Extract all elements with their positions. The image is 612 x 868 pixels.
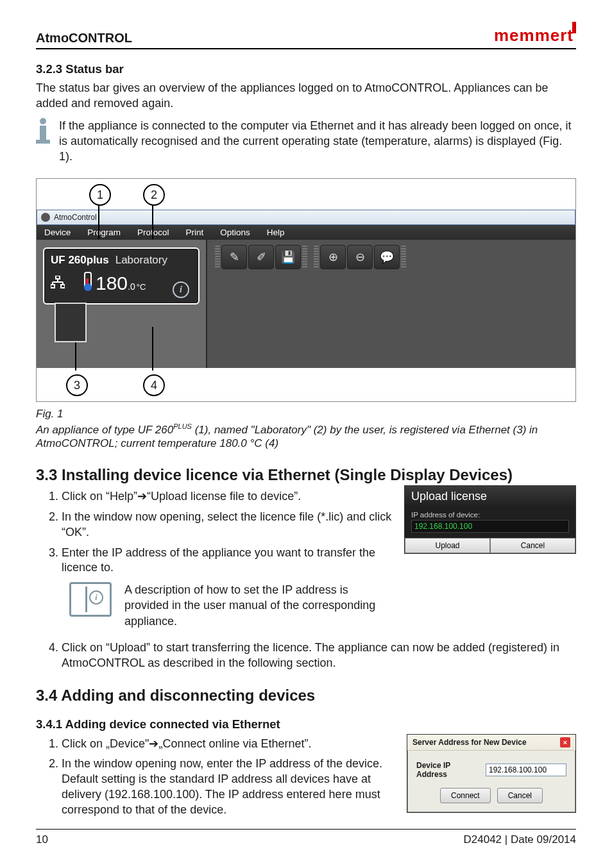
info-icon: [36, 118, 50, 144]
menubar: Device Program Protocol Print Options He…: [37, 225, 575, 240]
cancel-button[interactable]: Cancel: [490, 538, 575, 553]
figure-1-caption: Fig. 1 An appliance of type UF 260PLUS (…: [36, 407, 576, 451]
menu-program[interactable]: Program: [87, 228, 121, 237]
svg-rect-2: [61, 285, 65, 288]
connect-button[interactable]: Connect: [440, 788, 491, 803]
step-33-4: Click on “Upload” to start transferring …: [62, 640, 576, 671]
toolbar-handle[interactable]: [314, 246, 319, 269]
header-title: AtmoCONTROL: [36, 31, 132, 46]
callout-4: 4: [143, 374, 165, 396]
info-text: If the appliance is connected to the com…: [59, 118, 576, 165]
page-footer: 10 D24042 | Date 09/2014: [36, 829, 576, 846]
page-number: 10: [36, 833, 48, 846]
tool-edit-icon[interactable]: ✐: [248, 245, 274, 269]
device-model: UF 260plus: [51, 254, 109, 267]
dialog-title: Upload license: [405, 486, 575, 507]
menu-print[interactable]: Print: [186, 228, 204, 237]
ip-input[interactable]: [411, 520, 569, 533]
sidebar: UF 260plus Laboratory 180.0°C: [37, 240, 207, 368]
heading-341: 3.4.1 Adding device connected via Ethern…: [36, 717, 576, 731]
device-ip-input[interactable]: [486, 764, 566, 776]
tool-add-icon[interactable]: ⊕: [320, 245, 346, 269]
app-icon: [41, 213, 50, 222]
heading-33: 3.3 Installing device licence via Ethern…: [36, 466, 576, 484]
device-name: Laboratory: [115, 254, 167, 267]
toolbar: ✎ ✐ 💾 ⊕ ⊖ 💬: [215, 245, 406, 269]
heading-323: 3.2.3 Status bar: [36, 62, 576, 76]
svg-rect-0: [56, 276, 60, 279]
device-info-icon[interactable]: i: [173, 281, 189, 298]
server-address-dialog: Server Address for New Device × Device I…: [407, 734, 576, 813]
upload-button[interactable]: Upload: [405, 538, 490, 553]
manual-icon: i: [69, 582, 112, 617]
app-title: AtmoControl: [54, 213, 97, 222]
ip-label: IP address of device:: [411, 511, 569, 519]
app-titlebar: AtmoControl: [37, 210, 575, 225]
upload-license-dialog: Upload license IP address of device: Upl…: [404, 485, 576, 554]
tool-save-icon[interactable]: 💾: [275, 245, 301, 269]
thermometer-icon: [84, 272, 92, 290]
page-header: AtmoCONTROL memmert: [36, 26, 576, 49]
ip-label: Device IP Address: [416, 761, 479, 779]
svg-rect-1: [51, 285, 55, 288]
tool-remove-icon[interactable]: ⊖: [347, 245, 373, 269]
manual-text: A description of how to set the IP addre…: [124, 582, 394, 629]
steps-33b: Click on “Upload” to start transferring …: [36, 640, 576, 671]
dialog-title: Server Address for New Device: [412, 738, 527, 747]
close-icon[interactable]: ×: [560, 737, 570, 747]
toolbar-handle[interactable]: [401, 246, 406, 269]
ethernet-icon: [51, 276, 65, 291]
menu-help[interactable]: Help: [267, 228, 285, 237]
device-thumbnail: [55, 303, 87, 342]
cancel-button[interactable]: Cancel: [497, 788, 543, 803]
para-323-1: The status bar gives an overview of the …: [36, 80, 576, 112]
tool-comment-icon[interactable]: 💬: [374, 245, 400, 269]
heading-34: 3.4 Adding and disconnecting devices: [36, 687, 576, 705]
callout-3: 3: [66, 374, 88, 396]
info-note: If the appliance is connected to the com…: [36, 118, 576, 165]
toolbar-handle[interactable]: [302, 246, 307, 269]
menu-device[interactable]: Device: [44, 228, 71, 237]
callout-1: 1: [89, 184, 111, 206]
device-card[interactable]: UF 260plus Laboratory 180.0°C: [43, 247, 200, 305]
menu-options[interactable]: Options: [220, 228, 250, 237]
temperature-value: 180.0°C: [96, 272, 146, 294]
toolbar-handle[interactable]: [215, 246, 220, 269]
brand-logo: memmert: [494, 26, 576, 46]
tool-new-icon[interactable]: ✎: [221, 245, 247, 269]
manual-reference: i A description of how to set the IP add…: [69, 582, 576, 629]
figure-1-screenshot: 1 2 AtmoControl Device Program Protocol …: [36, 178, 576, 402]
doc-id: D24042 | Date 09/2014: [464, 833, 577, 846]
callout-2: 2: [143, 184, 165, 206]
